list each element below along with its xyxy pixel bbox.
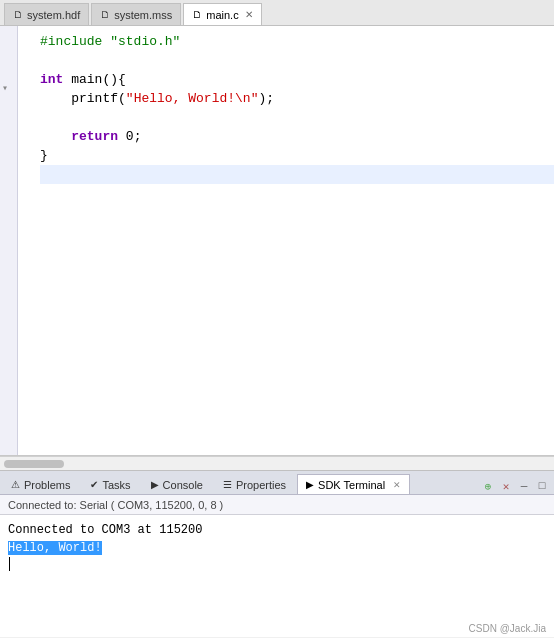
code-token-indent: printf( — [40, 89, 126, 108]
tab-system-hdf[interactable]: 🗋 system.hdf — [4, 3, 89, 25]
tasks-icon: ✔ — [90, 479, 98, 490]
horizontal-scrollbar[interactable] — [0, 456, 554, 470]
tab-main-c[interactable]: 🗋 main.c ✕ — [183, 3, 261, 25]
tab-label: main.c — [206, 9, 238, 21]
panel-actions: ⊕ ✕ — □ — [480, 478, 554, 494]
console-icon: ▶ — [151, 479, 159, 490]
panel-maximize-icon[interactable]: □ — [534, 478, 550, 494]
panel-tab-problems[interactable]: ⚠ Problems — [2, 474, 79, 494]
code-line-4: printf("Hello, World!\n"); — [40, 89, 554, 108]
file-icon: 🗋 — [13, 9, 23, 20]
code-token-return: return — [71, 127, 118, 146]
code-line-3: int main(){ — [40, 70, 554, 89]
panel-tab-console-label: Console — [163, 479, 203, 491]
terminal-close-icon[interactable]: ✕ — [393, 480, 401, 490]
code-line-2 — [40, 51, 554, 70]
panel-tab-properties[interactable]: ☰ Properties — [214, 474, 295, 494]
panel-tab-console[interactable]: ▶ Console — [142, 474, 212, 494]
panel-tab-bar: ⚠ Problems ✔ Tasks ▶ Console ☰ Propertie… — [0, 471, 554, 495]
panel-close-icon[interactable]: ✕ — [498, 478, 514, 494]
tab-system-mss[interactable]: 🗋 system.mss — [91, 3, 181, 25]
panel-tab-sdk-terminal-label: SDK Terminal — [318, 479, 385, 491]
tab-label: system.hdf — [27, 9, 80, 21]
code-token-plain: main(){ — [63, 70, 125, 89]
editor-window: 🗋 system.hdf 🗋 system.mss 🗋 main.c ✕ ▾ #… — [0, 0, 554, 638]
code-token-kw: int — [40, 70, 63, 89]
code-token-brace: } — [40, 146, 48, 165]
code-line-1: #include "stdio.h" — [40, 32, 554, 51]
code-line-6: return 0; — [40, 127, 554, 146]
bottom-panel: ⚠ Problems ✔ Tasks ▶ Console ☰ Propertie… — [0, 470, 554, 637]
watermark-text: CSDN @Jack.Jia — [469, 623, 546, 634]
panel-tab-problems-label: Problems — [24, 479, 70, 491]
code-editor[interactable]: ▾ #include "stdio.h" int main(){ printf(… — [0, 26, 554, 456]
code-token-end: ); — [258, 89, 274, 108]
code-line-5 — [40, 108, 554, 127]
panel-add-icon[interactable]: ⊕ — [480, 478, 496, 494]
problems-icon: ⚠ — [11, 479, 20, 490]
code-token-indent2 — [40, 127, 71, 146]
properties-icon: ☰ — [223, 479, 232, 490]
terminal-line-3 — [8, 557, 546, 571]
panel-minimize-icon[interactable]: — — [516, 478, 532, 494]
tab-label: system.mss — [114, 9, 172, 21]
terminal-line-1: Connected to COM3 at 115200 — [8, 521, 546, 539]
terminal-icon: ▶ — [306, 479, 314, 490]
text-cursor — [9, 557, 10, 571]
code-token-zero: 0; — [118, 127, 141, 146]
panel-tab-tasks[interactable]: ✔ Tasks — [81, 474, 139, 494]
file-icon: 🗋 — [100, 9, 110, 20]
panel-tab-properties-label: Properties — [236, 479, 286, 491]
code-line-8 — [40, 165, 554, 184]
code-token-str: "Hello, World!\n" — [126, 89, 259, 108]
scroll-thumb[interactable] — [4, 460, 64, 468]
panel-tab-sdk-terminal[interactable]: ▶ SDK Terminal ✕ — [297, 474, 410, 494]
code-lines: #include "stdio.h" int main(){ printf("H… — [0, 32, 554, 184]
terminal-text-1: Connected to COM3 at 115200 — [8, 523, 202, 537]
file-icon: 🗋 — [192, 9, 202, 20]
terminal-content[interactable]: Connected to COM3 at 115200 Hello, World… — [0, 515, 554, 637]
tab-bar: 🗋 system.hdf 🗋 system.mss 🗋 main.c ✕ — [0, 0, 554, 26]
code-token: #include "stdio.h" — [40, 32, 180, 51]
terminal-selected-text: Hello, World! — [8, 541, 102, 555]
watermark: CSDN @Jack.Jia — [469, 623, 546, 634]
terminal-line-2: Hello, World! — [8, 539, 546, 557]
code-line-7: } — [40, 146, 554, 165]
status-text: Connected to: Serial ( COM3, 115200, 0, … — [8, 499, 223, 511]
panel-status-bar: Connected to: Serial ( COM3, 115200, 0, … — [0, 495, 554, 515]
panel-tab-tasks-label: Tasks — [102, 479, 130, 491]
close-tab-icon[interactable]: ✕ — [245, 9, 253, 20]
